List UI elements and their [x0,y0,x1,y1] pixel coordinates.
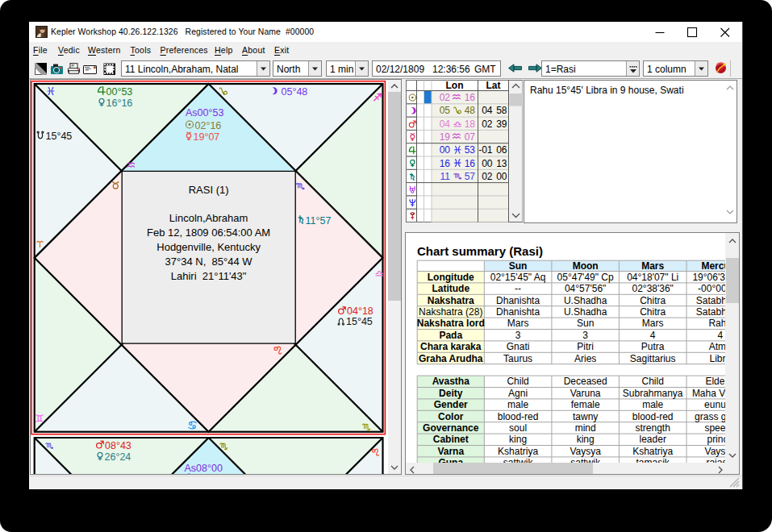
svg-text:07: 07 [465,131,476,143]
svg-text:13: 13 [496,158,507,169]
svg-text:leader: leader [640,434,666,445]
svg-text:female: female [571,399,600,410]
svg-text:Varna: Varna [437,446,464,457]
svg-text:Latitude: Latitude [432,283,469,294]
svg-text:Aries: Aries [574,353,596,364]
svg-text:48: 48 [465,105,476,116]
svg-text:19°07: 19°07 [194,131,220,143]
svg-text:Pitri: Pitri [577,341,594,352]
svg-text:16: 16 [440,158,451,169]
svg-text:04°18: 04°18 [347,305,373,317]
svg-text:02°15'45" Aq: 02°15'45" Aq [490,272,546,283]
svg-text:U.Shadha: U.Shadha [564,295,607,306]
svg-text:Child: Child [507,376,528,387]
svg-text:26°24: 26°24 [105,451,131,463]
svg-text:--: -- [515,283,521,294]
svg-text:Vaysya: Vaysya [570,446,601,457]
svg-text:Gnati: Gnati [507,341,530,352]
svg-text:Varuna: Varuna [570,388,601,399]
svg-text:4: 4 [650,330,656,341]
svg-text:soul: soul [509,422,527,434]
svg-text:Feb 12, 1809 06:54:00 AM: Feb 12, 1809 06:54:00 AM [147,227,270,239]
svg-text:53: 53 [465,144,476,156]
svg-text:U.Shadha: U.Shadha [564,306,607,318]
svg-text:04°57'56": 04°57'56" [565,283,606,294]
svg-text:Mars: Mars [507,318,529,329]
svg-text:Graha Arudha: Graha Arudha [419,353,483,364]
svg-text:Pada: Pada [439,330,462,341]
svg-text:Deity: Deity [439,388,463,399]
svg-text:Taurus: Taurus [503,353,532,364]
svg-text:4: 4 [717,330,723,341]
svg-text:-01: -01 [478,144,493,156]
svg-text:3: 3 [582,330,588,341]
svg-text:05°48: 05°48 [282,86,308,98]
svg-text:37°34 N, 85°44 W: 37°34 N, 85°44 W [165,256,253,268]
svg-text:02°16: 02°16 [195,120,222,131]
svg-text:04: 04 [482,105,493,116]
svg-text:08°43: 08°43 [105,440,131,451]
svg-text:male: male [642,399,663,410]
svg-text:16: 16 [465,158,476,169]
svg-text:15°45: 15°45 [346,316,373,327]
svg-text:Avastha: Avastha [432,376,470,387]
svg-text:11°57: 11°57 [306,215,332,227]
svg-text:Dhanishta: Dhanishta [496,306,540,318]
svg-text:Mars: Mars [642,318,664,329]
svg-text:As08°00: As08°00 [185,463,223,474]
svg-text:Deceased: Deceased [564,376,607,387]
svg-text:Lincoln,Abraham: Lincoln,Abraham [169,212,248,224]
svg-text:mind: mind [575,422,596,434]
svg-text:Longitude: Longitude [428,272,474,283]
svg-text:18: 18 [465,118,476,130]
svg-text:Kshatriya: Kshatriya [498,446,538,457]
svg-text:02: 02 [482,118,493,130]
svg-text:Color: Color [438,411,464,422]
svg-text:00: 00 [496,171,507,182]
svg-text:blood-red: blood-red [498,411,539,422]
svg-text:Chara karaka: Chara karaka [420,341,482,352]
svg-text:Nakshatra (28): Nakshatra (28) [419,306,482,318]
svg-text:57: 57 [465,171,476,182]
svg-text:19: 19 [440,131,451,143]
svg-text:Sun: Sun [577,318,594,329]
svg-text:06: 06 [496,144,507,156]
svg-text:Agni: Agni [508,388,528,399]
svg-text:RASI (1): RASI (1) [189,184,229,196]
svg-text:02: 02 [482,171,493,182]
svg-text:Lat: Lat [486,80,501,91]
svg-text:02°38'36": 02°38'36" [632,283,673,294]
svg-text:Child: Child [642,376,664,387]
svg-text:05°47'49" Cp: 05°47'49" Cp [557,272,614,283]
svg-text:15°45: 15°45 [46,131,73,142]
svg-text:02: 02 [440,92,451,103]
svg-text:Kshatriya: Kshatriya [632,446,673,457]
svg-text:3: 3 [515,330,521,341]
svg-text:Chitra: Chitra [640,295,666,306]
svg-text:00°53: 00°53 [106,86,133,98]
svg-text:blood-red: blood-red [632,411,674,422]
svg-text:Lon: Lon [446,80,464,91]
svg-text:Mars: Mars [641,260,664,272]
svg-text:Putra: Putra [641,341,665,352]
svg-text:Hodgenville, Kentucky: Hodgenville, Kentucky [156,241,261,253]
svg-text:00: 00 [440,144,451,156]
svg-text:Chitra: Chitra [640,306,666,318]
svg-text:04: 04 [440,118,451,130]
svg-text:16°16: 16°16 [106,98,133,109]
svg-text:Cabinet: Cabinet [433,434,469,445]
svg-text:As00°53: As00°53 [186,107,223,118]
svg-text:00: 00 [482,158,493,169]
svg-text:04°18'07" Li: 04°18'07" Li [627,272,678,283]
svg-text:Dhanishta: Dhanishta [496,295,540,306]
svg-text:Lahiri 21°11'43": Lahiri 21°11'43" [171,270,247,282]
svg-text:11: 11 [440,171,451,182]
svg-text:16: 16 [465,92,476,103]
svg-text:male: male [507,399,528,410]
svg-text:Subrahmanya: Subrahmanya [623,388,683,399]
svg-text:Sun: Sun [509,260,528,272]
svg-text:39: 39 [496,118,507,130]
svg-text:Moon: Moon [573,260,599,272]
svg-text:Sagittarius: Sagittarius [630,353,676,364]
svg-text:Gender: Gender [434,399,468,410]
